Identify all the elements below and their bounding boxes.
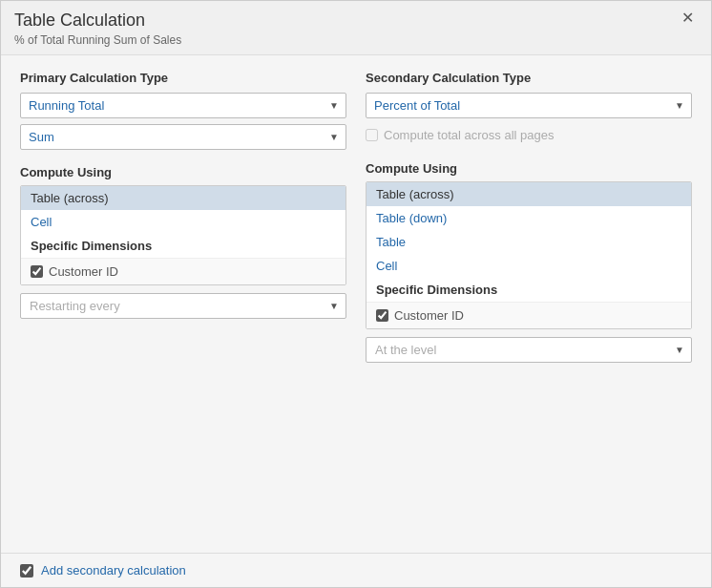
secondary-compute-list: Table (across) Table (down) Table Cell S… <box>366 181 692 329</box>
primary-restarting-select[interactable] <box>20 293 346 319</box>
dialog-body: Primary Calculation Type Running Total D… <box>1 55 711 553</box>
secondary-column: Secondary Calculation Type Percent of To… <box>366 71 692 537</box>
list-item[interactable]: Cell <box>21 210 346 234</box>
secondary-customer-id-label: Customer ID <box>394 308 464 323</box>
secondary-at-level-select[interactable] <box>366 337 692 363</box>
compute-total-label: Compute total across all pages <box>384 128 554 142</box>
list-item[interactable]: Cell <box>366 254 691 278</box>
add-secondary-text: Add secondary calculation <box>41 563 186 578</box>
secondary-calc-type-select[interactable]: Percent of Total Running Total Differenc… <box>366 93 692 118</box>
secondary-calc-type-wrapper: Percent of Total Running Total Differenc… <box>366 93 692 118</box>
close-button[interactable]: ✕ <box>678 10 698 26</box>
primary-section-title: Primary Calculation Type <box>20 71 346 85</box>
primary-customer-id-checkbox[interactable] <box>31 265 43 278</box>
secondary-customer-id-checkbox[interactable] <box>376 309 388 322</box>
secondary-at-level-row: At the level ▼ <box>366 337 692 368</box>
primary-customer-id-row: Customer ID <box>21 258 346 284</box>
list-item-specific-dimensions[interactable]: Specific Dimensions <box>366 278 691 302</box>
primary-agg-select[interactable]: Sum Average Minimum Maximum <box>20 124 346 150</box>
dialog-footer: Add secondary calculation <box>1 553 711 587</box>
compute-total-checkbox[interactable] <box>366 129 378 141</box>
dialog-title: Table Calculation <box>14 10 181 32</box>
add-secondary-checkbox[interactable] <box>20 564 33 578</box>
dialog-header: Table Calculation % of Total Running Sum… <box>1 1 711 55</box>
secondary-at-level-wrapper: At the level ▼ <box>366 337 692 363</box>
primary-compute-list: Table (across) Cell Specific Dimensions … <box>20 185 346 285</box>
table-calculation-dialog: Table Calculation % of Total Running Sum… <box>0 0 712 588</box>
primary-restarting-row: Restarting every ▼ <box>20 293 346 325</box>
primary-restarting-wrapper: Restarting every ▼ <box>20 293 346 319</box>
primary-compute-using-label: Compute Using <box>20 165 346 179</box>
compute-total-row: Compute total across all pages <box>366 128 692 142</box>
primary-agg-wrapper: Sum Average Minimum Maximum ▼ <box>20 124 346 150</box>
primary-calc-type-select[interactable]: Running Total Difference Percent Differe… <box>20 93 346 118</box>
list-item[interactable]: Table <box>366 230 691 254</box>
columns-row: Primary Calculation Type Running Total D… <box>20 71 692 537</box>
secondary-section-title: Secondary Calculation Type <box>366 71 692 85</box>
list-item-specific-dimensions[interactable]: Specific Dimensions <box>21 234 346 258</box>
dialog-subtitle: % of Total Running Sum of Sales <box>14 33 181 47</box>
header-text: Table Calculation % of Total Running Sum… <box>14 10 181 47</box>
primary-customer-id-label: Customer ID <box>49 264 118 279</box>
primary-calc-type-wrapper: Running Total Difference Percent Differe… <box>20 93 346 118</box>
list-item[interactable]: Table (across) <box>366 182 691 206</box>
list-item[interactable]: Table (across) <box>21 186 346 210</box>
secondary-customer-id-row: Customer ID <box>366 302 691 328</box>
add-secondary-label[interactable]: Add secondary calculation <box>20 563 186 578</box>
secondary-compute-using-label: Compute Using <box>366 161 692 176</box>
list-item[interactable]: Table (down) <box>366 206 691 230</box>
primary-column: Primary Calculation Type Running Total D… <box>20 71 346 537</box>
